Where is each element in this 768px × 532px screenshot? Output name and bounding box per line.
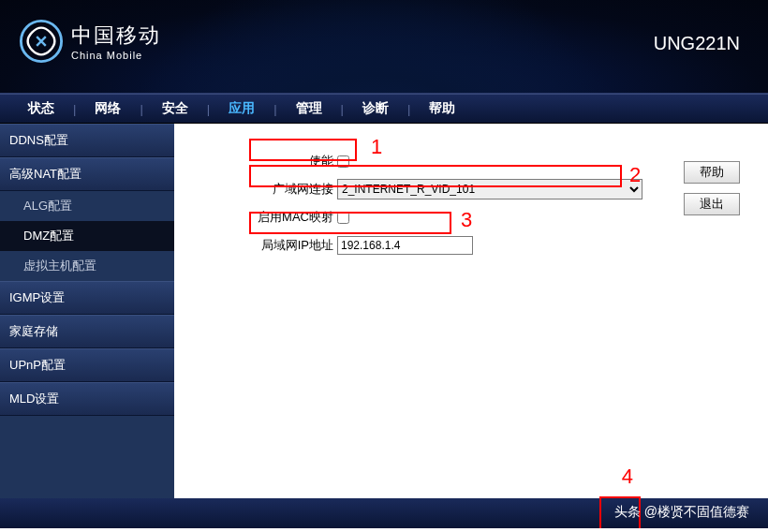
nav-diagnosis[interactable]: 诊断	[344, 100, 407, 117]
lan-ip-input[interactable]	[337, 236, 473, 255]
wan-label: 广域网连接	[249, 181, 333, 198]
logo-area: 中国移动 China Mobile	[19, 19, 161, 64]
sidebar-group-igmp[interactable]: IGMP设置	[0, 281, 174, 315]
nav-application[interactable]: 应用	[210, 100, 273, 117]
nav-help[interactable]: 帮助	[410, 100, 474, 117]
brand-name-en: China Mobile	[71, 50, 161, 61]
sidebar-group-mld[interactable]: MLD设置	[0, 382, 174, 416]
sidebar: DDNS配置 高级NAT配置 ALG配置 DMZ配置 虚拟主机配置 IGMP设置…	[0, 124, 174, 498]
mac-checkbox[interactable]	[337, 212, 349, 224]
china-mobile-logo-icon	[19, 19, 64, 64]
brand-name-cn: 中国移动	[71, 22, 161, 50]
enable-checkbox[interactable]	[337, 155, 349, 168]
main-nav: 状态| 网络| 安全| 应用| 管理| 诊断| 帮助	[0, 94, 768, 124]
annotation-number-4: 4	[622, 465, 633, 489]
nav-network[interactable]: 网络	[76, 100, 140, 117]
help-button[interactable]: 帮助	[684, 161, 740, 184]
nav-management[interactable]: 管理	[277, 100, 341, 117]
header: 中国移动 China Mobile UNG221N	[0, 0, 768, 94]
footer-watermark: 头条 @楼贤不固值德赛	[614, 504, 749, 521]
sidebar-group-nat[interactable]: 高级NAT配置	[0, 157, 174, 191]
action-buttons: 帮助 退出	[684, 161, 740, 225]
nav-security[interactable]: 安全	[143, 100, 207, 117]
lan-ip-label: 局域网IP地址	[249, 237, 333, 254]
sidebar-group-ddns[interactable]: DDNS配置	[0, 124, 174, 157]
footer-bar: 4 头条 @楼贤不固值德赛	[0, 498, 768, 528]
device-model: UNG221N	[654, 33, 740, 54]
exit-button[interactable]: 退出	[684, 193, 740, 215]
mac-label: 启用MAC映射	[249, 209, 333, 226]
sidebar-group-storage[interactable]: 家庭存储	[0, 315, 174, 348]
content-panel: 使能 广域网连接 2_INTERNET_R_VID_101 启用MAC映射 局域…	[174, 124, 768, 498]
enable-label: 使能	[249, 153, 333, 170]
wan-select[interactable]: 2_INTERNET_R_VID_101	[337, 179, 642, 200]
sidebar-item-alg[interactable]: ALG配置	[0, 191, 174, 221]
sidebar-item-dmz[interactable]: DMZ配置	[0, 221, 174, 251]
main-area: DDNS配置 高级NAT配置 ALG配置 DMZ配置 虚拟主机配置 IGMP设置…	[0, 124, 768, 498]
sidebar-group-upnp[interactable]: UPnP配置	[0, 348, 174, 382]
sidebar-item-virtualhost[interactable]: 虚拟主机配置	[0, 251, 174, 281]
nav-status[interactable]: 状态	[9, 100, 73, 117]
